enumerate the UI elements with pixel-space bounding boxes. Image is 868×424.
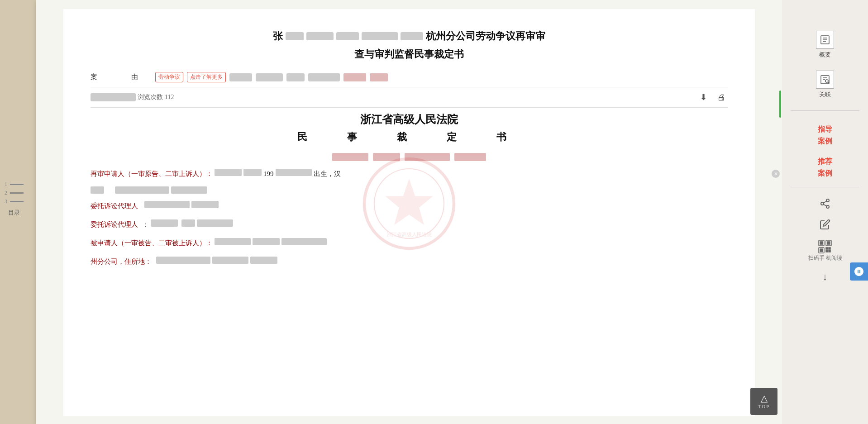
gray-name-1 (215, 169, 242, 176)
blurred-case-4 (308, 73, 340, 81)
gray-delegate-name (151, 219, 178, 227)
svg-line-16 (824, 205, 827, 206)
sidebar-divider-2 (791, 187, 859, 187)
delegate-row-2: 委托诉讼代理人 ： (91, 219, 728, 231)
toc-item-3[interactable]: 3 (5, 198, 24, 205)
blurred-title-4 (362, 32, 398, 40)
recommend-case-area: 推荐案例 (818, 156, 832, 179)
qr-scan-area[interactable]: 扫码手 机阅读 (808, 239, 842, 262)
view-count-row: 浏览次数 112 ⬇ 🖨 (91, 87, 728, 108)
redacted-header-3 (405, 153, 450, 161)
party-born: 出生，汉 (314, 168, 341, 180)
party-year: 199 (263, 168, 274, 180)
gray-year-block (276, 169, 312, 176)
recommend-case-label[interactable]: 推荐案例 (818, 156, 832, 179)
svg-point-15 (826, 205, 829, 208)
guide-case-area: 指导案例 (818, 124, 832, 147)
view-count-value: 112 (165, 94, 174, 101)
toc-bar-1 (10, 184, 24, 185)
redacted-case-6 (370, 73, 388, 81)
delegate-name-text: ： (143, 219, 149, 230)
svg-line-17 (824, 201, 827, 203)
svg-rect-22 (827, 242, 830, 244)
party-row-2 (91, 186, 728, 194)
gray-delegate-1 (144, 201, 190, 208)
defendant-label: 被申请人（一审被告、二审被上诉人）： (91, 237, 213, 249)
court-content: 浙江省高级人民法院 浙江省高级人民法院 民 事 裁 定 书 再审申请人（一审原告… (91, 112, 728, 268)
svg-point-13 (826, 199, 829, 202)
gray-addr2 (171, 186, 207, 194)
document-area: 张 杭州分公司劳动争议再审审 查与审判监督民事裁定书 案 由 劳动争议 点击了解… (63, 9, 755, 416)
blurred-title-1 (286, 32, 304, 40)
svg-rect-23 (820, 249, 823, 252)
gray-addr-1 (156, 257, 210, 264)
document-title: 张 杭州分公司劳动争议再审审 查与审判监督民事裁定书 (91, 27, 728, 63)
svg-rect-21 (820, 242, 823, 244)
court-name: 浙江省高级人民法院 (91, 112, 728, 127)
redacted-case-5 (343, 73, 366, 81)
scan-label: 扫码手 机阅读 (808, 254, 842, 262)
address-label: 州分公司，住所地： (91, 256, 152, 268)
learn-more-tag[interactable]: 点击了解更多 (187, 72, 226, 82)
svg-rect-26 (826, 250, 828, 252)
blurred-title-5 (401, 32, 423, 40)
case-type-tag[interactable]: 劳动争议 (155, 72, 183, 82)
svg-rect-25 (829, 248, 830, 249)
summary-button[interactable]: 概要 (809, 27, 841, 62)
right-sidebar: 概要 关联 指导案例 推荐案例 (782, 0, 868, 424)
gray-def-3 (281, 238, 327, 245)
delegate-label-2: 委托诉讼代理人 (91, 219, 138, 231)
related-button[interactable]: 关联 (809, 67, 841, 102)
top-label: TOP (758, 404, 770, 409)
gray-name-2 (243, 169, 262, 176)
page-container: 张 杭州分公司劳动争议再审审 查与审判监督民事裁定书 案 由 劳动争议 点击了解… (36, 0, 782, 424)
svg-point-14 (821, 202, 824, 205)
guide-case-label[interactable]: 指导案例 (818, 124, 832, 147)
gray-del4 (197, 219, 233, 227)
gray-address (115, 186, 169, 194)
toc-title: 目录 (8, 209, 20, 217)
title-suffix: 杭州分公司劳动争议再审审 (426, 27, 545, 45)
gray-addr-3 (250, 257, 277, 264)
float-action-button[interactable] (850, 262, 868, 281)
blurred-title-2 (306, 32, 334, 40)
svg-text:浙江省高级人民法院: 浙江省高级人民法院 (387, 232, 432, 237)
address-row: 州分公司，住所地： (91, 256, 728, 268)
scroll-down-icon[interactable]: ↓ (823, 271, 828, 283)
toc-bar-3 (10, 201, 24, 202)
party-row-1: 再审申请人（一审原告、二审上诉人）： 199 出生，汉 (91, 168, 728, 180)
blurred-title-3 (336, 32, 359, 40)
party-label-1: 再审申请人（一审原告、二审上诉人）： (91, 168, 213, 180)
download-icon[interactable]: ⬇ (697, 91, 710, 104)
print-icon[interactable]: 🖨 (715, 91, 728, 104)
redacted-header-4 (454, 153, 486, 161)
top-button[interactable]: △ TOP (750, 388, 777, 415)
defendant-row: 被申请人（一审被告、二审被上诉人）： (91, 237, 728, 249)
gray-def-2 (253, 238, 280, 245)
case-info-row: 案 由 劳动争议 点击了解更多 (91, 72, 728, 82)
gray-addr-2 (212, 257, 248, 264)
table-of-contents[interactable]: 1 2 3 目录 (5, 181, 24, 217)
sidebar-divider-1 (791, 110, 859, 111)
scrollbar-indicator (779, 91, 781, 118)
blurred-case-2 (256, 73, 283, 81)
toc-bar-2 (10, 192, 24, 194)
toc-item-1[interactable]: 1 (5, 181, 24, 188)
summary-icon (816, 31, 834, 49)
gray-delegate-2 (191, 201, 219, 208)
court-doc-type: 民 事 裁 定 书 (91, 130, 728, 144)
toc-item-2[interactable]: 2 (5, 190, 24, 196)
guide-close-button[interactable]: ✕ (772, 170, 780, 178)
case-by-label: 案 由 (91, 73, 152, 81)
redacted-header-1 (332, 153, 368, 161)
share-icon[interactable] (817, 195, 833, 212)
delegate-row-1: 委托诉讼代理人 (91, 200, 728, 212)
svg-rect-27 (829, 250, 830, 252)
view-count-label: 浏览次数 (138, 93, 163, 101)
summary-label: 概要 (819, 51, 831, 59)
edit-icon[interactable] (817, 216, 833, 233)
redacted-header-2 (373, 153, 400, 161)
blurred-case-1 (229, 73, 252, 81)
related-label: 关联 (819, 91, 831, 99)
title-line2: 查与审判监督民事裁定书 (91, 45, 728, 63)
